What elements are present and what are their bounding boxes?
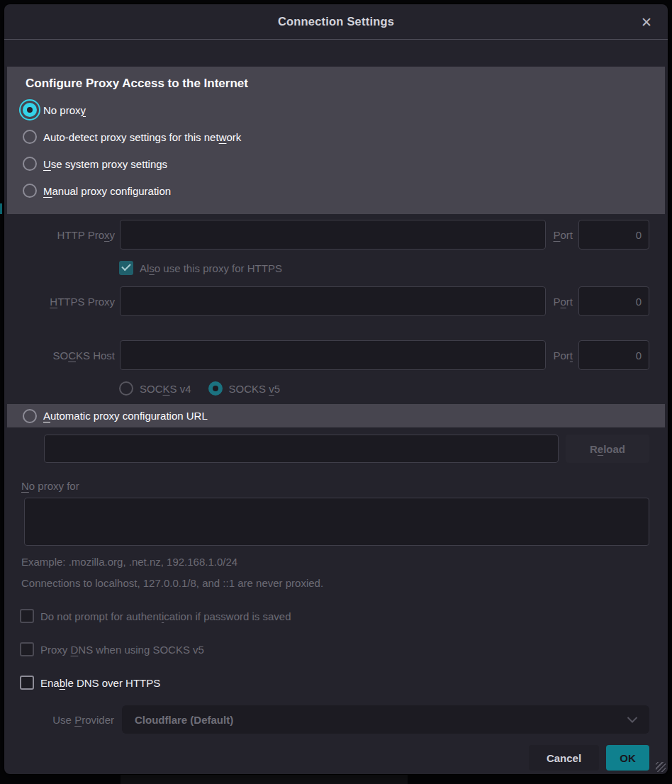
background-page-strip	[121, 775, 408, 784]
proxy-dns-checkbox-row[interactable]: Proxy DNS when using SOCKS v5	[20, 642, 668, 656]
radio-option-manual-proxy[interactable]: Manual proxy configuration	[23, 177, 649, 204]
group-heading: Configure Proxy Access to the Internet	[26, 77, 649, 91]
auto-url-input[interactable]	[44, 435, 559, 463]
screen-backdrop: Connection Settings ✕ Configure Proxy Ac…	[0, 0, 672, 784]
provider-row: Use Provider Cloudflare (Default)	[4, 705, 668, 734]
also-https-checkbox[interactable]	[119, 261, 133, 275]
provider-label: Use Provider	[39, 714, 114, 726]
socks-version-row: SOCKS v4 SOCKS v5	[119, 380, 668, 397]
auth-prompt-checkbox[interactable]	[20, 609, 34, 623]
https-proxy-row: HTTPS Proxy Port	[4, 286, 668, 316]
proxy-mode-group: Configure Proxy Access to the Internet N…	[7, 67, 665, 214]
radio-option-auto-detect[interactable]: Auto-detect proxy settings for this netw…	[23, 123, 649, 150]
radio-label-auto-url: Automatic proxy configuration URL	[43, 410, 208, 422]
radio-option-socks-v4[interactable]: SOCKS v4	[119, 380, 191, 397]
close-icon[interactable]: ✕	[637, 12, 656, 32]
radio-icon-no-proxy[interactable]	[23, 103, 37, 117]
radio-icon-manual-proxy[interactable]	[23, 184, 37, 198]
proxy-dns-label: Proxy DNS when using SOCKS v5	[40, 644, 204, 656]
dialog-footer: Cancel OK	[4, 745, 668, 771]
localhost-note: Connections to localhost, 127.0.0.1/8, a…	[21, 577, 668, 589]
radio-option-socks-v5[interactable]: SOCKS v5	[208, 380, 281, 397]
https-port-input[interactable]	[578, 286, 649, 316]
dialog-titlebar: Connection Settings ✕	[4, 4, 668, 40]
socks-host-row: SOCKS Host Port	[4, 340, 668, 370]
http-proxy-row: HTTP Proxy Port	[4, 220, 668, 250]
also-https-checkbox-row[interactable]: Also use this proxy for HTTPS	[119, 261, 668, 275]
radio-icon-system-proxy[interactable]	[23, 157, 37, 171]
radio-icon-auto-detect[interactable]	[23, 130, 37, 144]
auth-prompt-checkbox-row[interactable]: Do not prompt for authentication if pass…	[20, 609, 668, 623]
chevron-down-icon	[627, 717, 638, 723]
radio-label-manual-proxy: Manual proxy configuration	[43, 185, 171, 197]
doh-label: Enable DNS over HTTPS	[40, 677, 160, 689]
ok-button[interactable]: OK	[606, 745, 649, 771]
no-proxy-for-textarea[interactable]	[24, 498, 649, 546]
doh-checkbox[interactable]	[20, 676, 34, 690]
socks-port-input[interactable]	[578, 340, 649, 370]
connection-settings-dialog: Connection Settings ✕ Configure Proxy Ac…	[4, 4, 668, 774]
https-proxy-label: HTTPS Proxy	[4, 296, 115, 308]
resize-grip[interactable]	[656, 762, 666, 772]
auth-prompt-label: Do not prompt for authentication if pass…	[40, 610, 291, 622]
auto-url-input-row: Reload	[44, 435, 649, 463]
example-note: Example: .mozilla.org, .net.nz, 192.168.…	[21, 556, 668, 568]
radio-label-socks-v5: SOCKS v5	[229, 383, 281, 395]
background-page-artifact	[0, 203, 2, 214]
doh-checkbox-row[interactable]: Enable DNS over HTTPS	[20, 676, 668, 690]
proxy-dns-checkbox[interactable]	[20, 642, 34, 656]
also-https-label: Also use this proxy for HTTPS	[140, 262, 282, 274]
https-proxy-input[interactable]	[120, 286, 546, 316]
reload-button[interactable]: Reload	[566, 435, 649, 463]
no-proxy-for-label: No proxy for	[21, 480, 668, 492]
dialog-content: Configure Proxy Access to the Internet N…	[4, 40, 668, 774]
provider-selected-value: Cloudflare (Default)	[135, 714, 233, 726]
socks-host-label: SOCKS Host	[4, 349, 115, 362]
https-port-label: Port	[553, 296, 573, 308]
radio-icon-socks-v5[interactable]	[208, 381, 223, 396]
provider-dropdown[interactable]: Cloudflare (Default)	[122, 705, 649, 734]
http-proxy-label: HTTP Proxy	[4, 229, 115, 241]
radio-icon-socks-v4[interactable]	[119, 381, 133, 396]
radio-option-auto-url[interactable]: Automatic proxy configuration URL	[7, 404, 665, 427]
http-port-label: Port	[553, 229, 573, 241]
socks-host-input[interactable]	[120, 340, 546, 370]
dialog-title: Connection Settings	[278, 15, 394, 28]
http-port-input[interactable]	[578, 220, 649, 250]
socks-port-label: Port	[553, 349, 573, 362]
radio-option-system-proxy[interactable]: Use system proxy settings	[23, 150, 649, 177]
radio-label-system-proxy: Use system proxy settings	[43, 158, 167, 170]
radio-label-auto-detect: Auto-detect proxy settings for this netw…	[43, 131, 241, 143]
http-proxy-input[interactable]	[120, 220, 546, 250]
radio-label-no-proxy: No proxy	[43, 104, 86, 116]
radio-option-no-proxy[interactable]: No proxy	[23, 96, 649, 123]
cancel-button[interactable]: Cancel	[529, 745, 599, 771]
radio-label-socks-v4: SOCKS v4	[140, 383, 191, 395]
radio-icon-auto-url[interactable]	[23, 409, 37, 423]
